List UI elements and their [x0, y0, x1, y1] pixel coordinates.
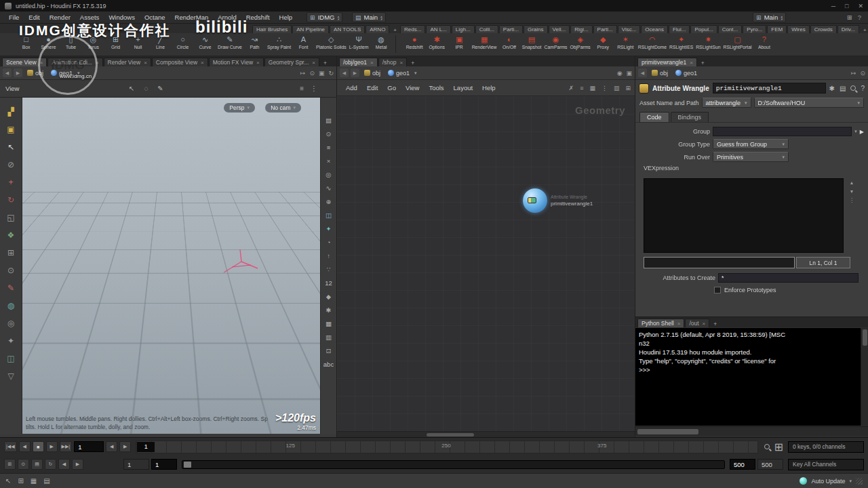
jump-icon[interactable]: ↦: [851, 70, 856, 77]
playback-range-end-field[interactable]: 500: [730, 459, 755, 470]
mirror-icon[interactable]: ◫: [5, 352, 17, 365]
search-icon[interactable]: [850, 85, 856, 91]
network-menu-item[interactable]: Tools: [424, 83, 448, 93]
units-icon[interactable]: ▦: [31, 477, 37, 485]
menu-item[interactable]: Help: [275, 12, 298, 22]
viewport-3d-canvas[interactable]: Persp▾ No cam▾ Left mouse tumbles. Middl…: [22, 98, 320, 434]
wireframe-icon[interactable]: ▦: [323, 319, 334, 329]
audio-icon[interactable]: ⊙: [18, 459, 29, 470]
sculpt-icon[interactable]: ◍: [5, 300, 17, 312]
more-options-icon[interactable]: ⋮: [311, 85, 317, 92]
forward-icon[interactable]: ▶: [14, 68, 22, 77]
shelf-tab[interactable]: AN TOOLS: [330, 25, 365, 33]
key-all-channels-button[interactable]: Key All Channels: [788, 459, 864, 470]
shelf-tab[interactable]: Visc...: [618, 25, 641, 33]
vexpression-editor[interactable]: [644, 178, 844, 253]
select-arrow-icon[interactable]: ↖: [129, 85, 134, 92]
close-tab-icon[interactable]: ×: [703, 321, 706, 327]
add-shelf-tab-icon[interactable]: +: [860, 27, 868, 33]
play-button[interactable]: ▶: [46, 441, 58, 452]
back-icon[interactable]: ◀: [3, 68, 12, 77]
snap-state-icon[interactable]: ⊞: [18, 477, 23, 485]
shelf-tool[interactable]: ● Redshift: [403, 34, 426, 49]
rotate-icon[interactable]: ↻: [5, 194, 17, 206]
origin-gizmo[interactable]: [216, 248, 263, 278]
fast-forward-button[interactable]: ▶▶|: [60, 441, 73, 452]
point-numbers-icon[interactable]: 12: [323, 278, 334, 288]
close-button[interactable]: ✕: [858, 3, 863, 9]
maximize-button[interactable]: □: [845, 3, 848, 9]
layout-grid-icon[interactable]: ▦: [589, 85, 595, 92]
help-icon[interactable]: ?: [861, 85, 865, 92]
close-tab-icon[interactable]: ×: [256, 60, 260, 66]
add-pane-tab-icon[interactable]: +: [710, 321, 720, 327]
camera-icon[interactable]: ▣: [626, 70, 632, 77]
shelf-tab[interactable]: Cont...: [718, 25, 743, 33]
normals-icon[interactable]: ↑: [323, 251, 334, 261]
flipbook-icon[interactable]: ▤: [31, 459, 43, 470]
attributes-input[interactable]: *: [718, 273, 859, 283]
snapshot-icon[interactable]: ▤: [323, 115, 334, 125]
reference-plane-icon[interactable]: ◎: [323, 169, 334, 180]
console-horizontal-scrollbar[interactable]: [635, 426, 868, 436]
keyframe-grid-icon[interactable]: ⊞: [774, 441, 783, 453]
shelf-tool[interactable]: Ψ L-System: [348, 34, 370, 49]
shelf-tool[interactable]: ▦ RenderView: [471, 34, 498, 49]
shelf-tab[interactable]: Parti...: [593, 25, 617, 33]
select-state-icon[interactable]: ↖: [5, 477, 11, 485]
step-back-icon[interactable]: ◀: [58, 459, 70, 470]
stop-button[interactable]: ■: [33, 441, 44, 452]
shelf-tab[interactable]: Pyro...: [743, 25, 766, 33]
shelf-tool[interactable]: ◉ CamParms: [543, 34, 569, 49]
jump-icon[interactable]: ↦: [300, 70, 306, 77]
global-range-end-field[interactable]: 500: [757, 459, 783, 470]
back-icon[interactable]: ◀: [638, 68, 647, 77]
world-axis-icon[interactable]: ⊕: [323, 197, 334, 207]
network-menu-item[interactable]: Edit: [362, 83, 382, 93]
spinner-icon[interactable]: ▴▾: [380, 15, 382, 20]
play-reverse-button[interactable]: ◀: [19, 441, 31, 452]
global-range-start-field[interactable]: 1: [123, 459, 149, 470]
pane-tab[interactable]: Geometry Spr... ×: [264, 58, 319, 66]
shelf-tool[interactable]: ◇ Platonic Solids: [315, 34, 348, 49]
measure-icon[interactable]: ∿: [323, 183, 334, 193]
translate-icon[interactable]: +: [5, 176, 17, 188]
network-menu-item[interactable]: Layout: [449, 83, 478, 93]
close-tab-icon[interactable]: ×: [677, 321, 681, 327]
pane-tab[interactable]: Composite View ×: [152, 58, 208, 66]
persp-view-button[interactable]: Persp▾: [224, 103, 255, 113]
shelf-tool[interactable]: ✦ RSLightIES: [668, 34, 694, 49]
scrollbar-handle[interactable]: [427, 433, 474, 436]
scrollbar-handle[interactable]: [637, 429, 698, 434]
more-icon[interactable]: ⋮: [849, 197, 854, 203]
overview-icon[interactable]: ⊞: [625, 85, 631, 92]
rewind-button[interactable]: |◀◀: [4, 441, 17, 452]
add-network-tab-icon[interactable]: +: [408, 60, 418, 66]
python-console[interactable]: Python 2.7.15 (default, Apr 8 2019, 15:3…: [635, 328, 868, 426]
group-list-icon[interactable]: ▥: [323, 332, 334, 342]
shelf-tool[interactable]: ? About: [753, 34, 775, 49]
breadcrumb-obj[interactable]: obj: [361, 69, 383, 77]
next-frame-button[interactable]: ▶: [119, 441, 131, 452]
desktop-selector[interactable]: ⊞ IDMG ▴▾: [307, 12, 342, 22]
shelf-tab[interactable]: Vell...: [549, 25, 570, 33]
lasso-icon[interactable]: ◌: [144, 85, 148, 92]
scroll-down-icon[interactable]: ▾: [850, 188, 853, 195]
shelf-tab[interactable]: ARNO: [366, 25, 389, 33]
enforce-prototypes-checkbox[interactable]: [714, 287, 721, 293]
close-tab-icon[interactable]: ×: [399, 60, 403, 66]
network-menu-item[interactable]: View: [401, 83, 424, 93]
shelf-tab[interactable]: Grains: [524, 25, 548, 33]
shelf-tab[interactable]: Wires: [787, 25, 809, 33]
resize-grip[interactable]: [856, 478, 863, 485]
pane-tab[interactable]: Render View ×: [104, 58, 151, 66]
sync-icon[interactable]: ↻: [328, 70, 334, 77]
pivot-icon[interactable]: ◎: [5, 317, 17, 329]
group-input[interactable]: [713, 127, 852, 136]
pane-tab[interactable]: Motion FX View ×: [209, 58, 264, 66]
selection-lock-icon[interactable]: ⊘: [5, 159, 17, 171]
snap-point-icon[interactable]: ⊙: [5, 264, 17, 277]
shelf-tab[interactable]: Crowds: [810, 25, 837, 33]
breadcrumb-obj[interactable]: obj: [649, 69, 671, 77]
network-horizontal-scrollbar[interactable]: [337, 431, 635, 437]
